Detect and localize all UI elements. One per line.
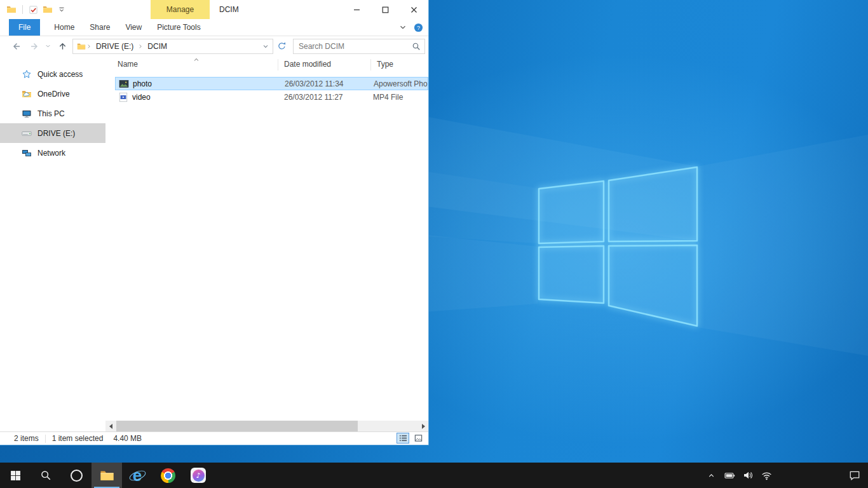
taskbar-chrome[interactable] — [153, 463, 183, 488]
refresh-button[interactable] — [277, 41, 287, 51]
file-date-modified: 26/03/2012 11:27 — [284, 93, 343, 102]
itunes-icon: ♪ — [191, 468, 206, 483]
scrollbar-track[interactable] — [116, 421, 418, 431]
sidebar-item-drive-e[interactable]: DRIVE (E:) — [0, 123, 105, 143]
taskbar-internet-explorer[interactable]: e — [122, 463, 153, 488]
taskbar-search-button[interactable] — [31, 463, 61, 488]
close-icon — [410, 6, 417, 13]
tab-file[interactable]: File — [9, 19, 40, 36]
sidebar-item-quick-access[interactable]: Quick access — [0, 64, 105, 84]
forward-button[interactable] — [29, 41, 39, 51]
up-button[interactable] — [58, 41, 67, 51]
breadcrumb-drive[interactable]: DRIVE (E:) — [92, 42, 137, 51]
file-explorer-icon — [100, 468, 114, 483]
explorer-folder-icon[interactable] — [6, 4, 17, 15]
sidebar-label: Quick access — [37, 70, 83, 79]
file-type: Apowersoft Pho — [374, 79, 428, 88]
sort-ascending-icon — [193, 56, 200, 64]
large-icons-view-icon — [414, 434, 423, 442]
file-row-photo[interactable]: photo 26/03/2012 11:34 Apowersoft Pho — [115, 77, 428, 90]
photo-file-icon — [119, 79, 129, 89]
tab-share[interactable]: Share — [82, 19, 118, 36]
column-separator[interactable] — [370, 59, 371, 71]
back-button[interactable] — [11, 41, 22, 51]
column-header-name[interactable]: Name — [118, 60, 138, 69]
contextual-tab-manage[interactable]: Manage — [151, 0, 210, 19]
file-name: photo — [133, 79, 152, 88]
address-bar-row: DRIVE (E:) DCIM — [0, 36, 428, 56]
cortana-button[interactable] — [61, 463, 92, 488]
tab-picture-tools[interactable]: Picture Tools — [149, 19, 208, 36]
window-controls — [342, 0, 428, 19]
breadcrumb-chevron-icon[interactable] — [137, 43, 144, 50]
search-icon — [40, 470, 51, 481]
star-icon — [22, 69, 32, 79]
sidebar-item-network[interactable]: Network — [0, 143, 105, 163]
computer-icon — [22, 109, 32, 119]
horizontal-scrollbar[interactable] — [105, 421, 428, 431]
navigation-pane: Quick access OneDrive This PC DRIVE (E:)… — [0, 56, 105, 419]
tab-view[interactable]: View — [118, 19, 149, 36]
tab-file-label: File — [18, 23, 31, 32]
minimize-button[interactable] — [342, 0, 371, 19]
sidebar-item-this-pc[interactable]: This PC — [0, 104, 105, 123]
title-bar[interactable]: Manage DCIM — [0, 0, 428, 19]
music-note-icon: ♪ — [196, 472, 200, 479]
battery-tray-button[interactable] — [723, 463, 736, 488]
column-separator[interactable] — [278, 59, 278, 71]
red-check-icon[interactable] — [29, 5, 38, 15]
chrome-icon — [161, 468, 175, 483]
status-separator — [45, 435, 46, 443]
tab-home[interactable]: Home — [46, 19, 82, 36]
windows-start-icon — [10, 470, 21, 481]
scroll-left-arrow-icon — [109, 424, 112, 429]
sidebar-item-onedrive[interactable]: OneDrive — [0, 84, 105, 104]
back-arrow-icon — [11, 41, 22, 51]
sidebar-label: DRIVE (E:) — [37, 129, 75, 138]
status-bar: 2 items 1 item selected 4.40 MB — [0, 431, 428, 445]
start-button[interactable] — [0, 463, 31, 488]
help-icon[interactable] — [414, 23, 423, 32]
chevron-up-icon — [707, 471, 715, 480]
breadcrumb-chevron-icon[interactable] — [86, 43, 92, 50]
large-icons-view-button[interactable] — [412, 433, 424, 444]
show-hidden-icons-button[interactable] — [705, 463, 717, 488]
tab-picture-tools-label: Picture Tools — [157, 23, 200, 32]
action-center-icon — [849, 470, 860, 481]
column-header-type[interactable]: Type — [377, 60, 393, 69]
file-list-pane[interactable]: Name Date modified Type photo 26/03/2012… — [105, 56, 428, 419]
scroll-left-button[interactable] — [105, 421, 116, 431]
address-dropdown-chevron-icon[interactable] — [262, 43, 269, 50]
hard-drive-icon — [22, 128, 32, 139]
action-center-button[interactable] — [849, 463, 860, 488]
search-input[interactable] — [294, 42, 412, 51]
tab-share-label: Share — [90, 23, 110, 32]
folder-icon[interactable] — [43, 4, 53, 15]
selection-size: 4.40 MB — [113, 434, 142, 443]
battery-icon — [724, 470, 735, 481]
customize-qat-chevron-icon[interactable] — [57, 5, 66, 14]
details-view-button[interactable] — [397, 433, 409, 444]
network-tray-button[interactable] — [760, 463, 773, 488]
maximize-button[interactable] — [371, 0, 400, 19]
breadcrumb-folder[interactable]: DCIM — [144, 42, 171, 51]
taskbar-itunes[interactable]: ♪ — [183, 463, 214, 488]
file-row-video[interactable]: video 26/03/2012 11:27 MP4 File — [115, 90, 428, 104]
volume-tray-button[interactable] — [742, 463, 754, 488]
address-bar[interactable]: DRIVE (E:) DCIM — [72, 39, 273, 54]
qat-separator — [22, 5, 23, 14]
recent-locations-button[interactable] — [44, 43, 51, 50]
scrollbar-thumb[interactable] — [116, 421, 358, 431]
network-icon — [22, 148, 32, 158]
search-icon[interactable] — [412, 42, 421, 51]
expand-ribbon-chevron-icon[interactable] — [398, 23, 407, 32]
refresh-icon — [277, 41, 287, 51]
wifi-icon — [761, 470, 772, 481]
taskbar-file-explorer[interactable] — [92, 463, 122, 488]
close-button[interactable] — [400, 0, 428, 19]
file-explorer-window: Manage DCIM File Home Share View Picture… — [0, 0, 429, 445]
sidebar-label: This PC — [37, 109, 65, 118]
column-header-date-modified[interactable]: Date modified — [284, 60, 331, 69]
scroll-right-button[interactable] — [418, 421, 428, 431]
maximize-icon — [382, 6, 389, 13]
